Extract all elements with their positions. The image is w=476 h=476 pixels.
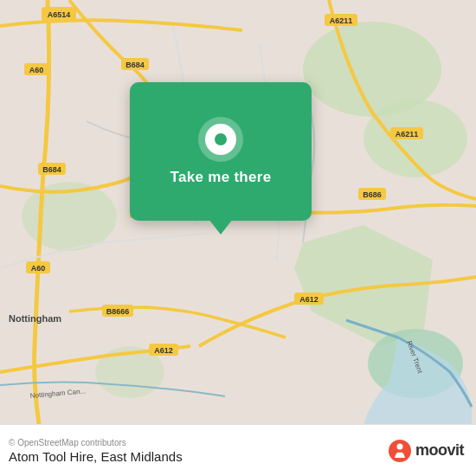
svg-point-34 xyxy=(389,440,411,462)
svg-text:B686: B686 xyxy=(363,190,382,199)
svg-text:A60: A60 xyxy=(31,264,46,273)
bottom-left: © OpenStreetMap contributors Atom Tool H… xyxy=(9,438,183,464)
attribution-text: © OpenStreetMap contributors xyxy=(9,438,183,447)
bottom-bar: © OpenStreetMap contributors Atom Tool H… xyxy=(0,424,476,476)
svg-text:A6211: A6211 xyxy=(396,130,419,138)
popup-card[interactable]: Take me there xyxy=(130,82,312,221)
location-pin-icon xyxy=(198,117,243,162)
svg-text:Nottingham: Nottingham xyxy=(9,313,61,324)
moovit-logo[interactable]: moovit xyxy=(388,439,464,463)
svg-point-35 xyxy=(396,443,402,449)
svg-text:B684: B684 xyxy=(125,61,145,69)
moovit-text: moovit xyxy=(415,441,464,460)
svg-text:B8666: B8666 xyxy=(106,307,130,316)
svg-text:A60: A60 xyxy=(29,66,44,74)
take-me-there-button[interactable]: Take me there xyxy=(170,169,272,186)
svg-text:B684: B684 xyxy=(42,165,61,174)
svg-text:A6211: A6211 xyxy=(330,16,353,25)
svg-text:A612: A612 xyxy=(299,295,318,304)
svg-text:A612: A612 xyxy=(154,346,173,355)
moovit-icon xyxy=(388,439,412,463)
map-container: A6514 A60 B684 B684 A6211 A6211 B686 B68… xyxy=(0,0,476,424)
location-name: Atom Tool Hire, East Midlands xyxy=(9,449,183,464)
svg-text:A6514: A6514 xyxy=(48,10,71,19)
